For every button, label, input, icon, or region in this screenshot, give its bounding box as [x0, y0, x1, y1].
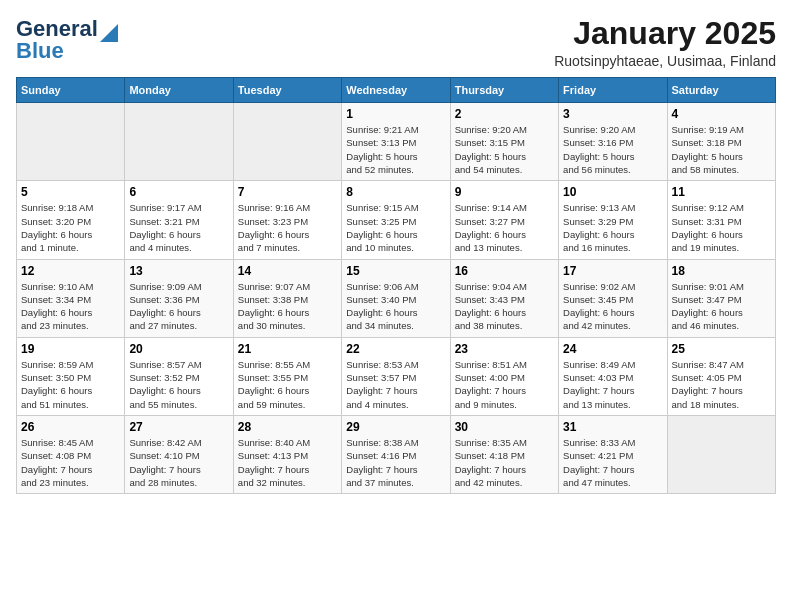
- day-header-sunday: Sunday: [17, 78, 125, 103]
- day-info: Sunrise: 9:16 AM Sunset: 3:23 PM Dayligh…: [238, 201, 337, 254]
- day-number: 26: [21, 420, 120, 434]
- day-number: 19: [21, 342, 120, 356]
- empty-cell: [667, 415, 775, 493]
- day-number: 11: [672, 185, 771, 199]
- day-info: Sunrise: 8:45 AM Sunset: 4:08 PM Dayligh…: [21, 436, 120, 489]
- day-number: 6: [129, 185, 228, 199]
- day-cell-22: 22Sunrise: 8:53 AM Sunset: 3:57 PM Dayli…: [342, 337, 450, 415]
- day-info: Sunrise: 8:57 AM Sunset: 3:52 PM Dayligh…: [129, 358, 228, 411]
- day-info: Sunrise: 9:18 AM Sunset: 3:20 PM Dayligh…: [21, 201, 120, 254]
- day-cell-18: 18Sunrise: 9:01 AM Sunset: 3:47 PM Dayli…: [667, 259, 775, 337]
- day-cell-31: 31Sunrise: 8:33 AM Sunset: 4:21 PM Dayli…: [559, 415, 667, 493]
- day-cell-20: 20Sunrise: 8:57 AM Sunset: 3:52 PM Dayli…: [125, 337, 233, 415]
- day-info: Sunrise: 9:20 AM Sunset: 3:15 PM Dayligh…: [455, 123, 554, 176]
- day-cell-27: 27Sunrise: 8:42 AM Sunset: 4:10 PM Dayli…: [125, 415, 233, 493]
- day-cell-28: 28Sunrise: 8:40 AM Sunset: 4:13 PM Dayli…: [233, 415, 341, 493]
- day-number: 24: [563, 342, 662, 356]
- day-number: 14: [238, 264, 337, 278]
- day-info: Sunrise: 9:02 AM Sunset: 3:45 PM Dayligh…: [563, 280, 662, 333]
- day-info: Sunrise: 9:20 AM Sunset: 3:16 PM Dayligh…: [563, 123, 662, 176]
- day-info: Sunrise: 8:55 AM Sunset: 3:55 PM Dayligh…: [238, 358, 337, 411]
- logo-icon: [100, 24, 118, 42]
- day-cell-11: 11Sunrise: 9:12 AM Sunset: 3:31 PM Dayli…: [667, 181, 775, 259]
- day-info: Sunrise: 9:21 AM Sunset: 3:13 PM Dayligh…: [346, 123, 445, 176]
- empty-cell: [233, 103, 341, 181]
- day-info: Sunrise: 8:40 AM Sunset: 4:13 PM Dayligh…: [238, 436, 337, 489]
- day-number: 7: [238, 185, 337, 199]
- week-row-3: 12Sunrise: 9:10 AM Sunset: 3:34 PM Dayli…: [17, 259, 776, 337]
- day-header-tuesday: Tuesday: [233, 78, 341, 103]
- day-cell-29: 29Sunrise: 8:38 AM Sunset: 4:16 PM Dayli…: [342, 415, 450, 493]
- day-cell-26: 26Sunrise: 8:45 AM Sunset: 4:08 PM Dayli…: [17, 415, 125, 493]
- day-cell-9: 9Sunrise: 9:14 AM Sunset: 3:27 PM Daylig…: [450, 181, 558, 259]
- day-cell-14: 14Sunrise: 9:07 AM Sunset: 3:38 PM Dayli…: [233, 259, 341, 337]
- week-row-4: 19Sunrise: 8:59 AM Sunset: 3:50 PM Dayli…: [17, 337, 776, 415]
- day-number: 4: [672, 107, 771, 121]
- day-cell-6: 6Sunrise: 9:17 AM Sunset: 3:21 PM Daylig…: [125, 181, 233, 259]
- day-number: 13: [129, 264, 228, 278]
- day-cell-8: 8Sunrise: 9:15 AM Sunset: 3:25 PM Daylig…: [342, 181, 450, 259]
- day-info: Sunrise: 9:09 AM Sunset: 3:36 PM Dayligh…: [129, 280, 228, 333]
- day-info: Sunrise: 8:42 AM Sunset: 4:10 PM Dayligh…: [129, 436, 228, 489]
- day-cell-16: 16Sunrise: 9:04 AM Sunset: 3:43 PM Dayli…: [450, 259, 558, 337]
- day-number: 15: [346, 264, 445, 278]
- day-cell-23: 23Sunrise: 8:51 AM Sunset: 4:00 PM Dayli…: [450, 337, 558, 415]
- day-number: 28: [238, 420, 337, 434]
- day-cell-10: 10Sunrise: 9:13 AM Sunset: 3:29 PM Dayli…: [559, 181, 667, 259]
- day-cell-1: 1Sunrise: 9:21 AM Sunset: 3:13 PM Daylig…: [342, 103, 450, 181]
- day-number: 1: [346, 107, 445, 121]
- day-number: 23: [455, 342, 554, 356]
- day-cell-17: 17Sunrise: 9:02 AM Sunset: 3:45 PM Dayli…: [559, 259, 667, 337]
- day-number: 25: [672, 342, 771, 356]
- day-number: 16: [455, 264, 554, 278]
- day-header-thursday: Thursday: [450, 78, 558, 103]
- day-number: 2: [455, 107, 554, 121]
- day-number: 27: [129, 420, 228, 434]
- day-header-saturday: Saturday: [667, 78, 775, 103]
- day-info: Sunrise: 9:10 AM Sunset: 3:34 PM Dayligh…: [21, 280, 120, 333]
- day-info: Sunrise: 9:12 AM Sunset: 3:31 PM Dayligh…: [672, 201, 771, 254]
- day-cell-19: 19Sunrise: 8:59 AM Sunset: 3:50 PM Dayli…: [17, 337, 125, 415]
- day-number: 21: [238, 342, 337, 356]
- day-info: Sunrise: 8:33 AM Sunset: 4:21 PM Dayligh…: [563, 436, 662, 489]
- day-info: Sunrise: 9:14 AM Sunset: 3:27 PM Dayligh…: [455, 201, 554, 254]
- week-row-2: 5Sunrise: 9:18 AM Sunset: 3:20 PM Daylig…: [17, 181, 776, 259]
- svg-marker-0: [100, 24, 118, 42]
- day-info: Sunrise: 8:35 AM Sunset: 4:18 PM Dayligh…: [455, 436, 554, 489]
- day-number: 29: [346, 420, 445, 434]
- logo: General Blue: [16, 16, 118, 64]
- day-number: 10: [563, 185, 662, 199]
- day-info: Sunrise: 9:06 AM Sunset: 3:40 PM Dayligh…: [346, 280, 445, 333]
- title-area: January 2025 Ruotsinpyhtaeae, Uusimaa, F…: [554, 16, 776, 69]
- day-info: Sunrise: 9:15 AM Sunset: 3:25 PM Dayligh…: [346, 201, 445, 254]
- day-number: 20: [129, 342, 228, 356]
- day-number: 3: [563, 107, 662, 121]
- day-number: 17: [563, 264, 662, 278]
- day-header-monday: Monday: [125, 78, 233, 103]
- day-number: 12: [21, 264, 120, 278]
- day-info: Sunrise: 9:01 AM Sunset: 3:47 PM Dayligh…: [672, 280, 771, 333]
- day-info: Sunrise: 8:59 AM Sunset: 3:50 PM Dayligh…: [21, 358, 120, 411]
- day-number: 9: [455, 185, 554, 199]
- day-number: 31: [563, 420, 662, 434]
- day-cell-24: 24Sunrise: 8:49 AM Sunset: 4:03 PM Dayli…: [559, 337, 667, 415]
- day-header-wednesday: Wednesday: [342, 78, 450, 103]
- day-header-friday: Friday: [559, 78, 667, 103]
- calendar-table: SundayMondayTuesdayWednesdayThursdayFrid…: [16, 77, 776, 494]
- day-cell-3: 3Sunrise: 9:20 AM Sunset: 3:16 PM Daylig…: [559, 103, 667, 181]
- calendar-header-row: SundayMondayTuesdayWednesdayThursdayFrid…: [17, 78, 776, 103]
- week-row-5: 26Sunrise: 8:45 AM Sunset: 4:08 PM Dayli…: [17, 415, 776, 493]
- day-cell-12: 12Sunrise: 9:10 AM Sunset: 3:34 PM Dayli…: [17, 259, 125, 337]
- day-number: 5: [21, 185, 120, 199]
- day-cell-13: 13Sunrise: 9:09 AM Sunset: 3:36 PM Dayli…: [125, 259, 233, 337]
- day-number: 30: [455, 420, 554, 434]
- day-info: Sunrise: 9:19 AM Sunset: 3:18 PM Dayligh…: [672, 123, 771, 176]
- day-number: 18: [672, 264, 771, 278]
- day-info: Sunrise: 8:53 AM Sunset: 3:57 PM Dayligh…: [346, 358, 445, 411]
- day-cell-7: 7Sunrise: 9:16 AM Sunset: 3:23 PM Daylig…: [233, 181, 341, 259]
- day-info: Sunrise: 9:04 AM Sunset: 3:43 PM Dayligh…: [455, 280, 554, 333]
- day-cell-4: 4Sunrise: 9:19 AM Sunset: 3:18 PM Daylig…: [667, 103, 775, 181]
- day-cell-30: 30Sunrise: 8:35 AM Sunset: 4:18 PM Dayli…: [450, 415, 558, 493]
- day-info: Sunrise: 8:51 AM Sunset: 4:00 PM Dayligh…: [455, 358, 554, 411]
- calendar-header: General Blue January 2025 Ruotsinpyhtaea…: [16, 16, 776, 69]
